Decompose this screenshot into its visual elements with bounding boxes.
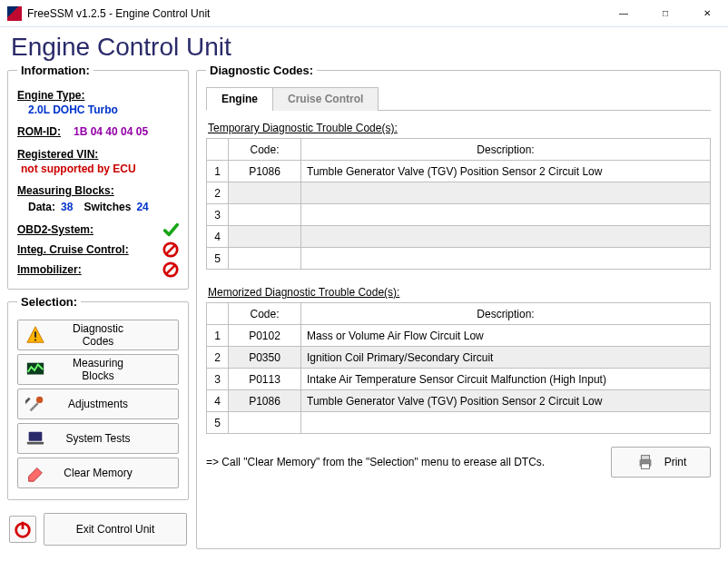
table-corner (207, 303, 229, 325)
system-tests-label: System Tests (58, 432, 138, 445)
row-number: 1 (207, 325, 229, 347)
exit-label: Exit Control Unit (76, 523, 155, 536)
cell-desc: Ignition Coil Primary/Secondary Circuit (301, 347, 711, 369)
chart-icon (25, 359, 45, 379)
diagnostic-legend: Diagnostic Codes: (206, 64, 317, 77)
cell-desc: Tumble Generator Valve (TGV) Position Se… (301, 390, 711, 412)
laptop-icon (25, 428, 45, 448)
mem-dtc-table: Code: Description: 1P0102Mass or Volume … (206, 302, 711, 434)
table-row[interactable]: 3 (207, 204, 711, 226)
svg-point-7 (36, 397, 43, 403)
row-number: 2 (207, 347, 229, 369)
tab-cruise-control[interactable]: Cruise Control (272, 87, 379, 111)
table-row[interactable]: 1P0102Mass or Volume Air Flow Circuit Lo… (207, 325, 711, 347)
table-row[interactable]: 1P1086Tumble Generator Valve (TGV) Posit… (207, 161, 711, 182)
adjustments-button[interactable]: Adjustments (17, 389, 179, 419)
cell-code (229, 248, 301, 270)
svg-rect-15 (641, 464, 649, 468)
diagnostic-codes-label: Diagnostic Codes (58, 322, 138, 348)
system-tests-button[interactable]: System Tests (17, 423, 179, 454)
immo-label: Immobilizer: (17, 263, 82, 276)
vin-label: Registered VIN: (17, 147, 179, 162)
print-button[interactable]: Print (611, 447, 711, 477)
engine-type-value: 2.0L DOHC Turbo (28, 103, 179, 117)
col-desc: Description: (301, 303, 711, 325)
cell-code: P1086 (229, 390, 301, 412)
table-row[interactable]: 2 (207, 182, 711, 204)
adjustments-label: Adjustments (58, 398, 138, 410)
row-number: 4 (207, 226, 229, 248)
diagnostic-codes-button[interactable]: Diagnostic Codes (17, 320, 179, 350)
page-title: Engine Control Unit (0, 27, 728, 64)
close-button[interactable]: ✕ (686, 0, 728, 27)
cell-code: P0350 (229, 347, 301, 369)
temp-dtc-table: Code: Description: 1P1086Tumble Generato… (206, 138, 711, 270)
cell-desc (301, 226, 711, 248)
row-number: 1 (207, 161, 229, 182)
table-row[interactable]: 5 (207, 248, 711, 270)
warning-icon (25, 325, 45, 345)
svg-rect-9 (29, 432, 43, 441)
table-row[interactable]: 4 (207, 226, 711, 248)
selection-panel: Selection: Diagnostic Codes Measuring Bl… (7, 295, 189, 500)
cell-desc: Mass or Volume Air Flow Circuit Low (301, 325, 711, 347)
window-title: FreeSSM v1.2.5 - Engine Control Unit (27, 7, 210, 20)
clear-memory-button[interactable]: Clear Memory (17, 458, 179, 488)
information-panel: Information: Engine Type: 2.0L DOHC Turb… (7, 64, 189, 290)
measuring-blocks-button[interactable]: Measuring Blocks (17, 354, 179, 385)
mb-sw-value: 24 (136, 200, 148, 214)
cell-code: P1086 (229, 161, 301, 182)
cell-desc: Intake Air Temperature Sensor Circuit Ma… (301, 369, 711, 390)
cell-desc (301, 248, 711, 270)
mem-dtc-caption: Memorized Diagnostic Trouble Code(s): (208, 286, 711, 299)
cell-desc: Tumble Generator Valve (TGV) Position Se… (301, 161, 711, 182)
svg-rect-4 (34, 332, 36, 338)
mb-label: Measuring Blocks: (17, 183, 179, 198)
printer-icon (635, 452, 655, 472)
information-legend: Information: (17, 64, 93, 77)
mb-data-label: Data: (28, 200, 55, 214)
cell-desc (301, 412, 711, 434)
clear-memory-hint: => Call "Clear Memory" from the "Selecti… (206, 456, 545, 468)
table-row[interactable]: 2P0350Ignition Coil Primary/Secondary Ci… (207, 347, 711, 369)
table-row[interactable]: 4P1086Tumble Generator Valve (TGV) Posit… (207, 390, 711, 412)
svg-rect-5 (34, 340, 36, 341)
cell-desc (301, 182, 711, 204)
row-number: 3 (207, 204, 229, 226)
row-number: 4 (207, 390, 229, 412)
table-corner (207, 139, 229, 161)
row-number: 5 (207, 248, 229, 270)
checkmark-icon (162, 222, 179, 238)
col-code: Code: (229, 139, 301, 161)
row-number: 5 (207, 412, 229, 434)
cell-code: P0102 (229, 325, 301, 347)
svg-rect-8 (25, 398, 31, 408)
maximize-button[interactable]: □ (644, 0, 686, 27)
clear-memory-label: Clear Memory (58, 467, 138, 479)
selection-legend: Selection: (17, 295, 81, 309)
app-icon (7, 6, 22, 21)
print-label: Print (664, 456, 687, 468)
rom-id-label: ROM-ID: (17, 124, 61, 139)
diagnostic-codes-panel: Diagnostic Codes: Engine Cruise Control … (196, 64, 721, 549)
rom-id-value: 1B 04 40 04 05 (74, 124, 148, 139)
prohibited-icon (162, 241, 179, 258)
power-button[interactable] (9, 516, 36, 543)
mb-sw-label: Switches (84, 200, 131, 214)
cell-code (229, 226, 301, 248)
obd2-label: OBD2-System: (17, 223, 93, 236)
table-row[interactable]: 5 (207, 412, 711, 434)
col-code: Code: (229, 303, 301, 325)
minimize-button[interactable]: — (603, 0, 644, 27)
eraser-icon (25, 463, 45, 483)
cell-desc (301, 204, 711, 226)
exit-button[interactable]: Exit Control Unit (44, 513, 187, 546)
col-desc: Description: (301, 139, 711, 161)
tools-icon (25, 394, 45, 414)
titlebar: FreeSSM v1.2.5 - Engine Control Unit — □… (0, 0, 728, 27)
tab-engine[interactable]: Engine (206, 87, 273, 111)
table-row[interactable]: 3P0113Intake Air Temperature Sensor Circ… (207, 369, 711, 390)
cell-code (229, 182, 301, 204)
svg-rect-10 (27, 442, 44, 445)
cell-code (229, 412, 301, 434)
